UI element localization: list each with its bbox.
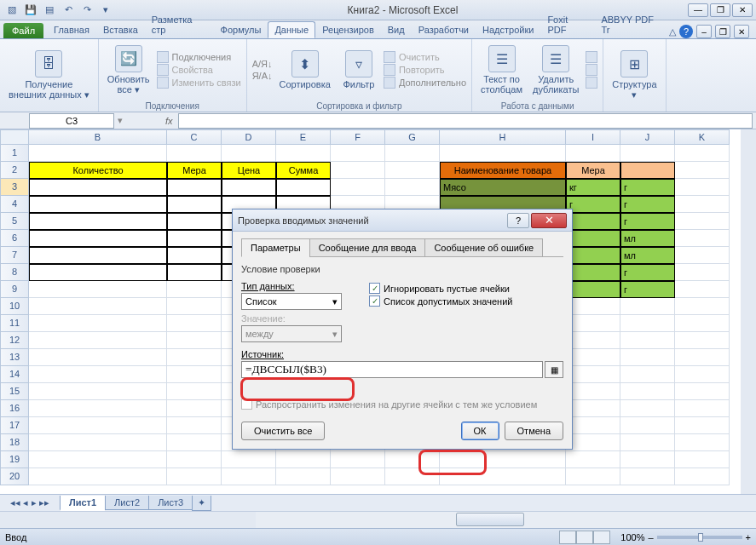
cell[interactable]: г	[566, 264, 620, 281]
cell[interactable]	[222, 468, 276, 485]
row-header[interactable]: 3	[0, 179, 29, 196]
dialog-titlebar[interactable]: Проверка вводимых значений ? ✕	[233, 209, 572, 232]
cell[interactable]	[29, 230, 167, 247]
row-header[interactable]: 19	[0, 451, 29, 468]
cell[interactable]	[675, 213, 730, 230]
sheet-tab-2[interactable]: Лист2	[105, 496, 149, 510]
cell[interactable]	[620, 162, 675, 179]
cell[interactable]	[385, 451, 440, 468]
advanced-filter-button[interactable]: Дополнительно	[384, 77, 466, 89]
cell[interactable]	[276, 451, 331, 468]
cell[interactable]	[29, 213, 167, 230]
cell[interactable]: Цена	[222, 162, 276, 179]
cell[interactable]	[620, 383, 675, 400]
name-box[interactable]: C3	[29, 113, 114, 129]
cell[interactable]	[620, 468, 675, 485]
workbook-minimize-button[interactable]: –	[696, 25, 712, 38]
clear-all-button[interactable]: Очистить все	[241, 422, 325, 440]
zoom-level[interactable]: 100%	[620, 532, 644, 542]
row-header[interactable]: 14	[0, 366, 29, 383]
dialog-help-button[interactable]: ?	[507, 213, 529, 228]
cell[interactable]: Количество	[29, 162, 167, 179]
cell[interactable]	[29, 179, 167, 196]
cancel-button[interactable]: Отмена	[505, 422, 563, 440]
cell[interactable]	[566, 145, 620, 162]
connections-button[interactable]: Подключения	[157, 51, 241, 63]
tab-formulas[interactable]: Формулы	[214, 21, 268, 38]
cell[interactable]	[29, 434, 167, 451]
sort-az-button[interactable]: А/Я↓	[252, 59, 273, 69]
row-header[interactable]: 6	[0, 230, 29, 247]
sort-za-button[interactable]: Я/А↓	[252, 71, 273, 81]
cell[interactable]	[276, 468, 331, 485]
cell[interactable]	[167, 417, 222, 434]
cell[interactable]	[29, 196, 167, 213]
sheet-nav-buttons[interactable]: ◂◂ ◂ ▸ ▸▸	[0, 497, 60, 508]
ok-button[interactable]: ОК	[461, 422, 499, 440]
row-header[interactable]: 7	[0, 247, 29, 264]
cell[interactable]: г	[566, 213, 620, 230]
cell[interactable]	[385, 468, 440, 485]
tab-developer[interactable]: Разработчи	[412, 21, 476, 38]
column-header[interactable]: C	[167, 129, 222, 145]
tab-pagelayout[interactable]: Разметка стр	[145, 11, 214, 38]
wizard-icon[interactable]: ▤	[41, 3, 58, 18]
refresh-all-button[interactable]: 🔄 Обновить все ▾	[104, 43, 153, 97]
cell[interactable]	[675, 230, 730, 247]
cell[interactable]	[675, 264, 730, 281]
cell[interactable]	[167, 213, 222, 230]
cell[interactable]	[620, 366, 675, 383]
cell[interactable]	[675, 162, 730, 179]
cell[interactable]	[29, 247, 167, 264]
cell[interactable]	[276, 145, 331, 162]
cell[interactable]: г	[620, 196, 675, 213]
cell[interactable]: г	[566, 230, 620, 247]
cell[interactable]	[566, 400, 620, 417]
cell[interactable]: Мера	[566, 162, 620, 179]
cell[interactable]	[167, 264, 222, 281]
cell[interactable]	[675, 281, 730, 298]
cell[interactable]	[675, 349, 730, 366]
cell[interactable]	[167, 400, 222, 417]
cell[interactable]	[620, 298, 675, 315]
redo-icon[interactable]: ↷	[78, 3, 95, 18]
cell[interactable]	[566, 366, 620, 383]
row-header[interactable]: 8	[0, 264, 29, 281]
cell[interactable]	[167, 298, 222, 315]
vertical-scrollbar[interactable]	[741, 129, 756, 494]
formula-input[interactable]	[178, 113, 753, 129]
tab-home[interactable]: Главная	[47, 21, 96, 38]
cell[interactable]	[675, 247, 730, 264]
cell[interactable]: кг	[566, 179, 620, 196]
cell[interactable]	[167, 349, 222, 366]
cell[interactable]	[385, 179, 440, 196]
cell[interactable]: г	[620, 213, 675, 230]
cell[interactable]	[331, 162, 385, 179]
cell[interactable]	[620, 315, 675, 332]
cell[interactable]	[675, 179, 730, 196]
cell[interactable]: г	[620, 179, 675, 196]
cell[interactable]: г	[620, 281, 675, 298]
cell[interactable]	[440, 468, 566, 485]
cell[interactable]	[675, 332, 730, 349]
row-header[interactable]: 4	[0, 196, 29, 213]
row-header[interactable]: 1	[0, 145, 29, 162]
cell[interactable]: Сумма	[276, 162, 331, 179]
cell[interactable]	[566, 451, 620, 468]
cell[interactable]	[675, 145, 730, 162]
row-header[interactable]: 12	[0, 332, 29, 349]
tab-abbyy[interactable]: ABBYY PDF Tr	[594, 11, 669, 38]
column-header[interactable]: H	[440, 129, 566, 145]
get-external-data-button[interactable]: 🗄 Получение внешних данных ▾	[5, 49, 93, 102]
cell[interactable]	[29, 383, 167, 400]
cell[interactable]	[29, 417, 167, 434]
whatif-button[interactable]	[586, 77, 597, 89]
cell[interactable]	[29, 366, 167, 383]
cell[interactable]	[167, 230, 222, 247]
tab-review[interactable]: Рецензиров	[315, 21, 381, 38]
cell[interactable]	[167, 281, 222, 298]
sheet-tab-3[interactable]: Лист3	[148, 496, 193, 510]
cell[interactable]	[29, 400, 167, 417]
cell[interactable]: Мясо	[440, 179, 566, 196]
cell[interactable]: Мера	[167, 162, 222, 179]
